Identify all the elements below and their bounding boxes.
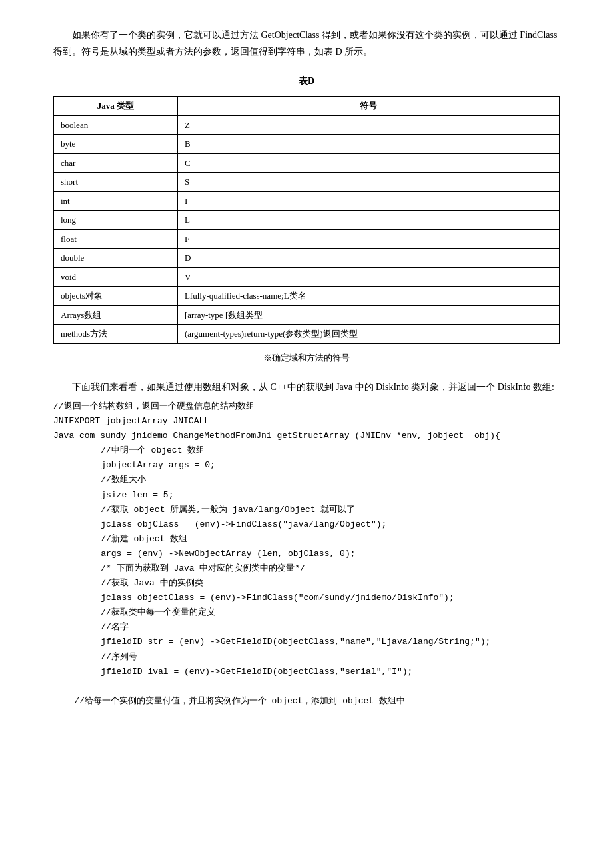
intro-paragraph: 如果你有了一个类的实例，它就可以通过方法 GetObjectClass 得到，或… [53,27,560,60]
table-cell-type: methods方法 [54,325,178,344]
code-line: //序列号 [53,650,560,665]
table-cell-type: byte [54,135,178,154]
table-cell-symbol: Lfully-qualified-class-name;L类名 [177,287,559,306]
code-block: //返回一个结构数组，返回一个硬盘信息的结构数组JNIEXPORT jobjec… [53,399,560,709]
table-cell-symbol: S [177,173,559,192]
table-cell-type: char [54,153,178,173]
table-cell-symbol: Z [177,115,559,135]
code-line: jobjectArray args = 0; [53,458,560,473]
table-cell-type: void [54,267,178,287]
table-header-symbol: 符号 [177,97,559,116]
table-cell-type: double [54,249,178,268]
table-title: 表D [53,73,560,89]
code-line: args = (env) ->NewObjectArray (len, objC… [53,547,560,561]
table-cell-symbol: V [177,267,559,287]
type-table: Java 类型 符号 booleanZbyteBcharCshortSintIl… [53,96,560,344]
code-line [53,679,560,694]
code-line: //数组大小 [53,473,560,487]
code-line: //获取 object 所属类,一般为 java/lang/Object 就可以… [53,503,560,517]
code-line: jclass objClass = (env)->FindClass("java… [53,517,560,532]
code-line: //给每一个实例的变量付值，并且将实例作为一个 object，添加到 objce… [53,694,560,709]
table-row: byteB [54,135,560,154]
code-line: //名字 [53,620,560,635]
table-cell-symbol: [array-type [数组类型 [177,305,559,325]
table-header-java-type: Java 类型 [54,97,178,116]
code-line: JNIEXPORT jobjectArray JNICALL [53,414,560,429]
table-cell-type: short [54,173,178,192]
table-cell-type: int [54,191,178,211]
table-cell-symbol: B [177,135,559,154]
table-row: shortS [54,173,560,192]
code-line: jfieldID str = (env) ->GetFieldID(object… [53,635,560,649]
table-cell-symbol: I [177,191,559,211]
table-caption: ※确定域和方法的符号 [53,351,560,365]
table-cell-type: Arrays数组 [54,305,178,325]
table-cell-type: objects对象 [54,287,178,306]
code-line: //获取类中每一个变量的定义 [53,605,560,620]
table-cell-symbol: F [177,229,559,249]
table-cell-symbol: D [177,249,559,268]
code-line: //返回一个结构数组，返回一个硬盘信息的结构数组 [53,399,560,414]
table-cell-type: long [54,211,178,230]
table-row: charC [54,153,560,173]
code-line: jfieldID ival = (env)->GetFieldID(object… [53,665,560,679]
table-row: floatF [54,229,560,249]
table-row: objects对象Lfully-qualified-class-name;L类名 [54,287,560,306]
table-cell-symbol: L [177,211,559,230]
table-cell-symbol: C [177,153,559,173]
code-line: jclass objectClass = (env)->FindClass("c… [53,591,560,605]
table-row: voidV [54,267,560,287]
code-line: //获取 Java 中的实例类 [53,576,560,591]
table-row: doubleD [54,249,560,268]
table-cell-type: float [54,229,178,249]
table-row: Arrays数组[array-type [数组类型 [54,305,560,325]
code-line: jsize len = 5; [53,488,560,503]
code-line: //新建 object 数组 [53,532,560,547]
table-row: booleanZ [54,115,560,135]
table-row: methods方法(argument-types)return-type(参数类… [54,325,560,344]
table-cell-type: boolean [54,115,178,135]
section2-intro: 下面我们来看看，如果通过使用数组和对象，从 C++中的获取到 Java 中的 D… [53,379,560,395]
code-line: /* 下面为获取到 Java 中对应的实例类中的变量*/ [53,561,560,576]
code-line: Java_com_sundy_jnidemo_ChangeMethodFromJ… [53,429,560,443]
table-cell-symbol: (argument-types)return-type(参数类型)返回类型 [177,325,559,344]
table-row: longL [54,211,560,230]
table-row: intI [54,191,560,211]
code-line: //申明一个 object 数组 [53,443,560,458]
